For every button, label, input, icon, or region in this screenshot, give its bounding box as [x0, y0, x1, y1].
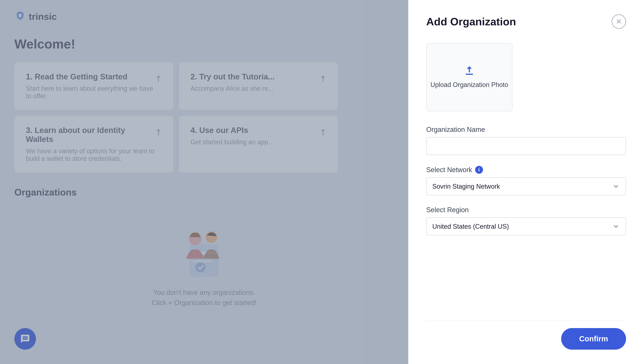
select-region-group: Select Region United States (Central US)… — [426, 206, 626, 235]
upload-arrow-icon — [464, 65, 475, 76]
select-network-label: Select Network i — [426, 166, 626, 174]
org-name-label: Organization Name — [426, 126, 626, 134]
modal-footer: Confirm — [426, 320, 626, 350]
org-name-group: Organization Name — [426, 126, 626, 155]
info-icon: i — [475, 166, 483, 174]
select-region-dropdown[interactable]: United States (Central US) United States… — [426, 218, 626, 235]
add-organization-modal: Add Organization ✕ Upload Organization P… — [408, 0, 644, 364]
confirm-button[interactable]: Confirm — [561, 328, 626, 350]
modal-header: Add Organization ✕ — [426, 14, 626, 29]
org-name-input[interactable] — [426, 137, 626, 155]
upload-label: Upload Organization Photo — [430, 80, 508, 89]
upload-photo-area[interactable]: Upload Organization Photo — [426, 43, 512, 112]
close-icon: ✕ — [616, 18, 622, 26]
select-network-group: Select Network i Sovrin Staging Network … — [426, 166, 626, 195]
upload-icon — [464, 65, 475, 76]
select-region-label: Select Region — [426, 206, 626, 214]
modal-close-button[interactable]: ✕ — [612, 14, 626, 29]
modal-title: Add Organization — [426, 16, 516, 28]
modal-form: Organization Name Select Network i Sovri… — [426, 126, 626, 320]
select-network-dropdown[interactable]: Sovrin Staging Network Sovrin Main Netwo… — [426, 177, 626, 195]
